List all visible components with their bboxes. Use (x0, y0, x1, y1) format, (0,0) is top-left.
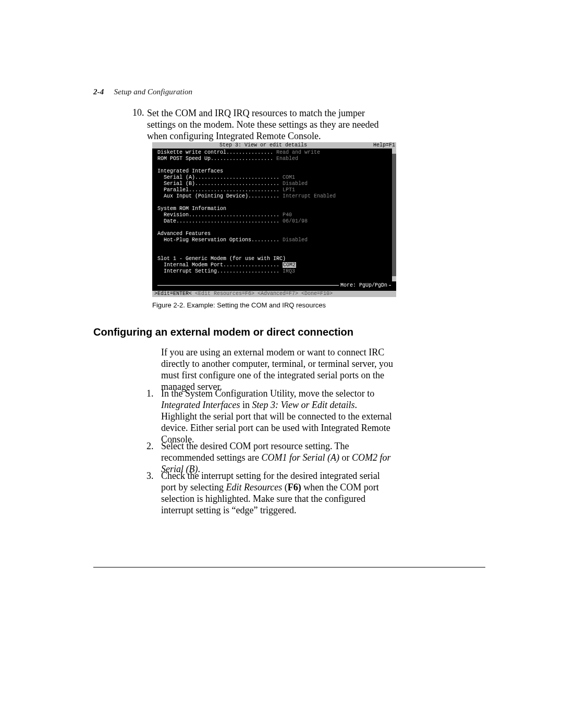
figure-caption: Figure 2-2. Example: Setting the COM and… (152, 301, 326, 309)
bios-content: Diskette write control............... Re… (152, 149, 396, 275)
bios-scrollbar[interactable] (392, 149, 396, 281)
ol1-part-a: In the System Configuration Utility, mov… (161, 388, 374, 399)
bios-revision-label: Revision............................. (157, 212, 279, 218)
bios-parallel-label: Parallel............................. (157, 187, 279, 193)
bios-screenshot: Step 3: View or edit details Help=F1 Dis… (152, 142, 396, 297)
bios-advanced-header: Advanced Features (157, 231, 211, 237)
bios-serial-a-val: COM1 (283, 175, 295, 180)
bios-modem-port-label: Internal Modem Port.................. (157, 262, 279, 268)
ol-item-3: 3. Check the interrupt setting for the d… (161, 470, 394, 516)
bios-interfaces-header: Integrated Interfaces (157, 168, 223, 174)
ol2-italic-com1: COM1 for Serial (A) (261, 452, 339, 463)
bios-serial-b-val: Disabled (283, 181, 308, 187)
bios-serial-b-label: Serial (B)........................... (157, 181, 279, 187)
step-10: 10. Set the COM and IRQ IRQ resources to… (147, 107, 394, 142)
page-number: 2-4 (93, 88, 104, 96)
ol-num-2: 2. (146, 440, 154, 452)
bios-advanced-key[interactable]: <Advanced=F7> (254, 291, 298, 297)
bios-slot1-header: Slot 1 - Generic Modem (for use with IRC… (157, 256, 286, 262)
bios-statusbar: >Edit=ENTER< <Edit Resources=F6> <Advanc… (152, 291, 396, 297)
section-heading: Configuring an external modem or direct … (93, 326, 353, 338)
bios-titlebar: Step 3: View or edit details Help=F1 (152, 142, 396, 149)
ol1-part-c: in (240, 400, 252, 410)
footer-rule (93, 567, 485, 567)
bios-aux-label: Aux Input (Pointing Device).......... (157, 193, 279, 199)
ol1-italic-interfaces: Integrated Interfaces (161, 400, 240, 410)
intro-paragraph: If you are using an external modem or wa… (161, 347, 394, 392)
bios-rompost-label: ROM POST Speed Up.................... (157, 156, 273, 162)
bios-interrupt-val: IRQ3 (283, 268, 295, 274)
bios-revision-val: P40 (283, 212, 292, 218)
bios-rompost-val: Enabled (276, 156, 298, 162)
ol-item-1: 1. In the System Configuration Utility, … (161, 388, 394, 445)
bios-done-key[interactable]: <Done=F10> (298, 291, 333, 297)
bios-date-val: 06/01/98 (283, 218, 308, 224)
step-number-10: 10. (132, 107, 144, 118)
bios-diskette-val: Read and write (276, 150, 320, 155)
bios-interrupt-label: Interrupt Setting.................... (157, 268, 279, 274)
ol-num-1: 1. (146, 388, 154, 399)
bios-aux-val: Interrupt Enabled (283, 193, 336, 199)
bios-date-label: Date................................. (157, 218, 279, 224)
bios-sysrom-header: System ROM Information (157, 206, 226, 212)
scrollbar-thumb-bottom (392, 276, 396, 281)
running-header: 2-4 Setup and Configuration (93, 88, 192, 96)
ol3-italic-editres: Edit Resources (226, 482, 282, 492)
bios-more-label: More: PgUp/PgDn (339, 282, 389, 289)
ol1-italic-step3: Step 3: View or Edit details (252, 400, 354, 410)
ol2-part-c: or (339, 452, 352, 463)
step-text-10: Set the COM and IRQ IRQ resources to mat… (147, 108, 378, 141)
section-title: Setup and Configuration (114, 88, 193, 96)
bios-modem-port-val[interactable]: COM2 (283, 262, 296, 268)
ol3-bold-f6: F6) (288, 482, 301, 492)
bios-editres-key[interactable]: <Edit Resources=F6> (192, 291, 254, 297)
scrollbar-thumb-top (392, 149, 396, 154)
ol-num-3: 3. (146, 470, 154, 482)
bios-hotplug-label: Hot-Plug Reservation Options......... (157, 237, 279, 243)
bios-parallel-val: LPT1 (283, 187, 295, 193)
bios-serial-a-label: Serial (A)........................... (157, 175, 279, 180)
bios-help-label: Help=F1 (373, 142, 395, 149)
bios-edit-key[interactable]: >Edit=ENTER< (154, 291, 192, 297)
page: 2-4 Setup and Configuration 10. Set the … (0, 0, 563, 728)
bios-title: Step 3: View or edit details (153, 142, 373, 149)
bios-hotplug-val: Disabled (283, 237, 308, 243)
bios-diskette-label: Diskette write control............... (157, 150, 273, 155)
ol3-part-c: ( (282, 482, 288, 492)
